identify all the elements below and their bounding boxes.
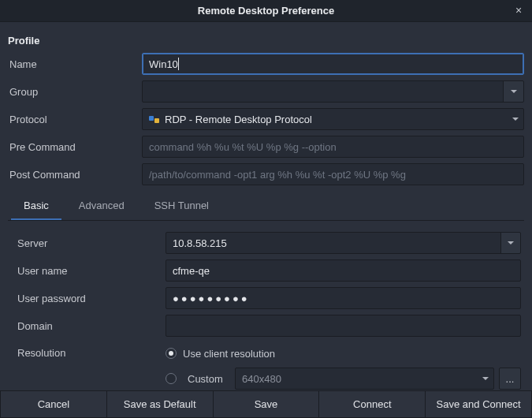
titlebar: Remote Desktop Preference × [0,0,532,22]
password-label: User password [11,293,166,304]
resolution-client-label: Use client resolution [183,348,275,360]
text-caret [178,58,179,70]
username-label: User name [11,265,166,277]
chevron-down-icon [511,90,517,93]
window-title: Remote Desktop Preference [198,5,334,17]
username-value: cfme-qe [173,265,210,277]
cancel-button[interactable]: Cancel [0,391,107,418]
tab-body-basic: Server 10.8.58.215 User name cfme-qe [8,221,524,418]
protocol-label: Protocol [8,114,142,125]
username-input[interactable]: cfme-qe [166,259,521,282]
connect-button[interactable]: Connect [319,391,426,418]
resolution-label: Resolution [11,342,166,359]
server-dropdown-button[interactable] [500,232,521,254]
name-input-value: Win10 [149,58,178,70]
resolution-client-radio[interactable] [166,348,177,359]
resolution-custom-label: Custom [188,373,230,385]
chevron-down-icon [508,241,514,244]
save-default-button[interactable]: Save as Default [107,391,214,418]
name-input[interactable]: Win10 [142,53,524,75]
server-label: Server [11,237,166,249]
postcommand-placeholder: /path/to/command -opt1 arg %h %u %t -opt… [149,169,406,181]
resolution-custom-radio[interactable] [166,373,177,384]
ellipsis-icon: ... [506,373,515,385]
domain-input[interactable] [166,315,521,337]
group-label: Group [8,86,142,98]
profile-header: Profile [8,35,524,47]
protocol-value: RDP - Remote Desktop Protocol [165,114,312,125]
tab-ssh-tunnel[interactable]: SSH Tunnel [142,193,221,220]
group-dropdown-button[interactable] [503,80,524,103]
precommand-input[interactable]: command %h %u %t %U %p %g --option [142,136,524,158]
password-input[interactable]: ●●●●●●●●● [166,287,521,309]
chevron-down-icon [482,377,489,380]
close-icon[interactable]: × [512,3,526,17]
precommand-label: Pre Command [8,141,142,153]
resolution-custom-select[interactable]: 640x480 [235,368,494,390]
save-button[interactable]: Save [214,391,320,418]
protocol-select[interactable]: RDP - Remote Desktop Protocol [142,108,524,130]
name-label: Name [8,58,142,70]
tab-advanced[interactable]: Advanced [66,193,137,220]
domain-label: Domain [11,320,166,332]
precommand-placeholder: command %h %u %t %U %p %g --option [149,141,337,153]
chevron-down-icon [512,118,519,121]
button-bar: Cancel Save as Default Save Connect Save… [0,390,532,418]
resolution-more-button[interactable]: ... [499,368,521,390]
server-value: 10.8.58.215 [173,237,227,249]
group-input[interactable] [142,80,504,103]
postcommand-label: Post Command [8,169,142,181]
resolution-custom-value: 640x480 [242,373,281,385]
tab-bar: Basic Advanced SSH Tunnel [8,193,524,221]
tab-basic[interactable]: Basic [11,193,61,220]
rdp-icon [149,114,160,125]
password-mask: ●●●●●●●●● [173,293,250,304]
server-input[interactable]: 10.8.58.215 [166,232,501,254]
save-connect-button[interactable]: Save and Connect [426,391,532,418]
postcommand-input[interactable]: /path/to/command -opt1 arg %h %u %t -opt… [142,163,524,185]
content-area: Profile Name Win10 Group Protocol [0,22,532,418]
